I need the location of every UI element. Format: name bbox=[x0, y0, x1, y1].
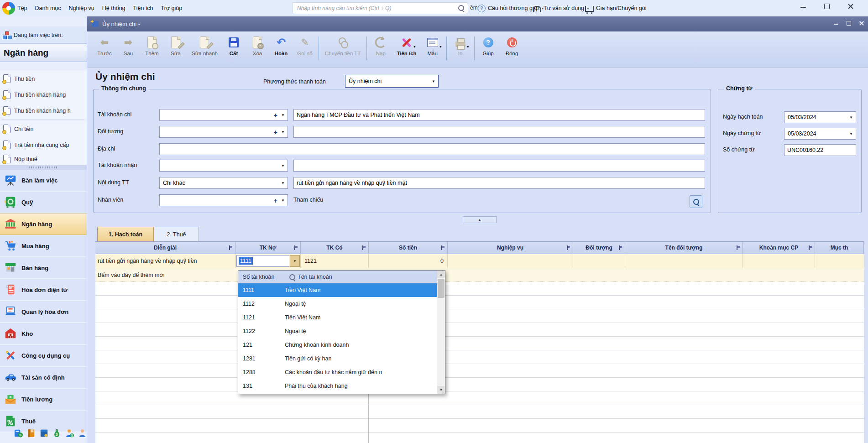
add-button[interactable]: Thêm bbox=[140, 35, 164, 57]
print-button[interactable]: ▼ In bbox=[449, 35, 472, 57]
cell-so-tien[interactable]: 0 bbox=[369, 254, 448, 268]
sidebar-nav-hoa-don-dien-tu[interactable]: E Hóa đơn điện tử bbox=[0, 279, 87, 301]
cell-dien-giai[interactable]: rút tiền gửi ngân hàng về nhập quỹ tiền bbox=[95, 254, 235, 268]
stock-box-icon[interactable] bbox=[39, 428, 49, 438]
chevron-down-icon[interactable]: ▼ bbox=[281, 198, 285, 203]
sidebar-item-chi-tien[interactable]: Chi tiền bbox=[0, 121, 87, 137]
cell-ten-doi-tuong[interactable] bbox=[625, 254, 743, 268]
memo-field[interactable] bbox=[293, 177, 705, 189]
menu-he-thong[interactable]: Hệ thống bbox=[102, 5, 125, 11]
sidebar-nav-tai-san-co-dinh[interactable]: Tài sản cố định bbox=[0, 367, 87, 388]
sidebar-item-thu-tien[interactable]: Thu tiền bbox=[0, 71, 87, 87]
sidebar-nav-ban-hang[interactable]: Bán hàng bbox=[0, 257, 87, 279]
employee-combo[interactable]: + ▼ bbox=[159, 194, 288, 206]
partner-name-field[interactable] bbox=[293, 126, 705, 138]
chevron-down-icon[interactable]: ▼ bbox=[413, 45, 416, 48]
column-header-khoan-muc-cp[interactable]: Khoản mục CP bbox=[743, 242, 815, 254]
payment-method-combo[interactable]: Ủy nhiệm chi ▼ bbox=[345, 75, 439, 88]
collapse-panel-button[interactable]: ▲ bbox=[463, 216, 497, 223]
feature-search-box[interactable] bbox=[292, 2, 468, 14]
column-header-tk-no[interactable]: TK Nợ bbox=[235, 242, 301, 254]
chevron-down-icon[interactable]: ▼ bbox=[281, 130, 285, 134]
pin-icon[interactable] bbox=[229, 245, 233, 250]
close-button[interactable] bbox=[858, 20, 865, 26]
close-button[interactable] bbox=[847, 3, 855, 10]
account-option-1111[interactable]: 1111Tiền Việt Nam bbox=[238, 283, 437, 297]
vendor-icon[interactable] bbox=[78, 428, 87, 438]
sidebar-nav-cong-cu-dung-cu[interactable]: Công cụ dụng cụ bbox=[0, 345, 87, 366]
tk-no-input[interactable]: 1111 bbox=[236, 255, 289, 267]
scroll-up-button[interactable]: ▲ bbox=[437, 271, 445, 278]
menu-nghiep-vu[interactable]: Nghiệp vụ bbox=[69, 5, 94, 11]
renew-package-button[interactable]: Gia hạn/Chuyển gói bbox=[585, 0, 647, 16]
add-new-icon[interactable]: + bbox=[273, 128, 277, 136]
account-option-131[interactable]: 131Phải thu của khách hàng bbox=[238, 379, 437, 393]
sidebar-nav-quy[interactable]: Quỹ bbox=[0, 192, 87, 213]
quick-edit-button[interactable]: Sửa nhanh bbox=[188, 35, 222, 57]
add-new-icon[interactable]: + bbox=[273, 197, 277, 204]
column-header-muc-th[interactable]: Mục th bbox=[815, 242, 864, 254]
chevron-down-icon[interactable]: ▼ bbox=[849, 115, 853, 120]
edit-button[interactable]: Sửa bbox=[164, 35, 188, 57]
cell-khoan-muc-cp[interactable] bbox=[743, 254, 815, 268]
next-button[interactable]: ➡ Sau bbox=[116, 35, 140, 57]
pin-icon[interactable] bbox=[441, 245, 445, 250]
chevron-down-icon[interactable]: ▼ bbox=[439, 45, 442, 48]
menu-tien-ich[interactable]: Tiện ích bbox=[133, 5, 153, 11]
column-header-nghiep-vu[interactable]: Nghiệp vụ bbox=[448, 242, 573, 254]
utilities-button[interactable]: ▼ Tiện ích bbox=[392, 35, 420, 57]
template-button[interactable]: ▼ Mẫu bbox=[421, 35, 444, 57]
help-button[interactable]: ? Giúp bbox=[476, 35, 500, 57]
pin-icon[interactable] bbox=[809, 245, 812, 250]
pin-icon[interactable] bbox=[619, 245, 622, 250]
close-window-button[interactable]: Đóng bbox=[500, 35, 524, 57]
customer-debt-icon[interactable]: $ bbox=[65, 428, 74, 438]
undo-button[interactable]: ↶ Hoàn bbox=[269, 35, 293, 57]
sidebar-nav-ngan-hang[interactable]: Ngân hàng bbox=[0, 214, 87, 235]
account-option-1288[interactable]: 1288Các khoản đầu tư khác nắm giữ đến n bbox=[238, 365, 437, 379]
partner-combo[interactable]: + ▼ bbox=[159, 126, 288, 138]
account-option-1122[interactable]: 1122Ngoại tệ bbox=[238, 324, 437, 338]
receive-bank-field[interactable] bbox=[293, 160, 705, 172]
payment-content-combo[interactable]: Chi khác ▼ bbox=[159, 177, 288, 189]
column-header-ten-doi-tuong[interactable]: Tên đối tượng bbox=[625, 242, 743, 254]
menu-tep[interactable]: Tệp bbox=[17, 5, 27, 11]
chevron-down-icon[interactable]: ▼ bbox=[432, 79, 435, 83]
delete-button[interactable]: Xóa bbox=[246, 35, 269, 57]
cell-tk-no-editor[interactable]: 1111 ▼ bbox=[235, 254, 301, 268]
account-dropdown-button[interactable]: ▼ bbox=[290, 255, 300, 267]
pin-icon[interactable] bbox=[567, 245, 570, 250]
sidebar-item-nop-thue[interactable]: Nộp thuế bbox=[0, 153, 87, 165]
account-option-121[interactable]: 121Chứng khoán kinh doanh bbox=[238, 338, 437, 352]
column-header-doi-tuong[interactable]: Đối tượng bbox=[573, 242, 625, 254]
dropdown-scrollbar[interactable]: ▲ ▼ bbox=[437, 271, 445, 394]
minimize-button[interactable] bbox=[833, 20, 839, 26]
journal-book-icon[interactable] bbox=[26, 428, 36, 438]
chevron-down-icon[interactable]: ▼ bbox=[281, 164, 285, 168]
cell-doi-tuong[interactable] bbox=[573, 254, 625, 268]
sidebar-item-tra-tien-ncc[interactable]: Trả tiền nhà cung cấp bbox=[0, 137, 87, 153]
transfer-button[interactable]: Chuyển tiền TT bbox=[321, 35, 365, 57]
chevron-down-icon[interactable]: ▼ bbox=[466, 45, 470, 48]
column-header-dien-giai[interactable]: Diễn giải bbox=[95, 242, 235, 254]
prev-button[interactable]: ⬅ Trước bbox=[93, 35, 116, 57]
sidebar-splitter[interactable] bbox=[0, 165, 87, 170]
minimize-button[interactable] bbox=[800, 3, 808, 10]
posting-date-picker[interactable]: 05/03/2024 ▼ bbox=[784, 111, 856, 123]
zoom-button[interactable] bbox=[690, 195, 702, 208]
column-header-so-tien[interactable]: Số tiền bbox=[369, 242, 448, 254]
chevron-down-icon[interactable]: ▼ bbox=[281, 181, 285, 185]
address-field[interactable] bbox=[159, 143, 705, 155]
tab-thue[interactable]: 2. Thuế bbox=[154, 227, 199, 241]
chevron-down-icon[interactable]: ▼ bbox=[281, 113, 285, 117]
pay-account-combo[interactable]: + ▼ bbox=[159, 109, 288, 121]
post-button[interactable]: ✎ Ghi sổ bbox=[293, 35, 317, 57]
sidebar-nav-mua-hang[interactable]: Mua hàng bbox=[0, 235, 87, 257]
window-title-bar[interactable]: Ủy nhiệm chi - bbox=[87, 16, 868, 31]
scrollbar-thumb[interactable] bbox=[438, 279, 444, 298]
doc-date-picker[interactable]: 05/03/2024 ▼ bbox=[784, 128, 856, 140]
account-option-1281[interactable]: 1281Tiền gửi có kỳ hạn bbox=[238, 352, 437, 365]
cell-nghiep-vu[interactable] bbox=[448, 254, 573, 268]
tab-hach-toan[interactable]: 1. Hạch toán bbox=[97, 227, 154, 241]
grid-row-1[interactable]: rút tiền gửi ngân hàng về nhập quỹ tiền … bbox=[95, 254, 864, 268]
